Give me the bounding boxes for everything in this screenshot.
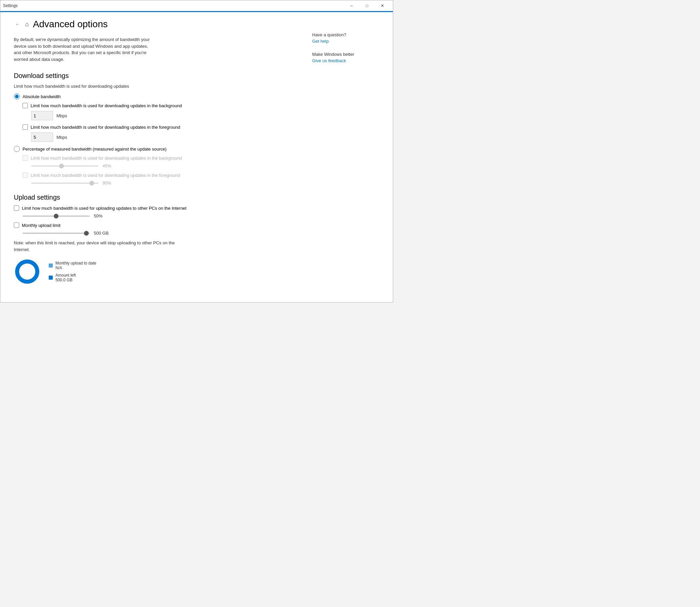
upload-slider-row: 50% bbox=[22, 213, 292, 218]
monthly-slider-row: 500 GB bbox=[22, 231, 292, 236]
page-description: By default, we're dynamically optimizing… bbox=[14, 36, 155, 63]
minimize-button[interactable]: – bbox=[344, 0, 359, 11]
monthly-checkbox-label: Monthly upload limit bbox=[22, 223, 61, 228]
bandwidth-radio-group: Absolute bandwidth Limit how much bandwi… bbox=[14, 93, 292, 186]
titlebar: Settings – □ ✕ bbox=[0, 0, 393, 11]
bg-checkbox-absolute-input[interactable] bbox=[22, 103, 28, 108]
page-title: Advanced options bbox=[33, 19, 108, 29]
upload-slider-track[interactable] bbox=[22, 215, 90, 217]
help-question: Have a question? bbox=[312, 32, 383, 37]
get-help-link[interactable]: Get help bbox=[312, 39, 383, 44]
legend-amount-label: Amount left bbox=[56, 273, 76, 278]
restore-button[interactable]: □ bbox=[359, 0, 375, 11]
fg-checkbox-absolute-label: Limit how much bandwidth is used for dow… bbox=[30, 125, 180, 130]
fg-mbps-unit: Mbps bbox=[57, 135, 67, 140]
fg-checkbox-absolute[interactable]: Limit how much bandwidth is used for dow… bbox=[22, 124, 292, 130]
legend-items: Monthly upload to date N/A Amount left 5… bbox=[49, 261, 96, 282]
radio-absolute-input[interactable] bbox=[14, 93, 20, 100]
legend-monthly-label: Monthly upload to date bbox=[56, 261, 96, 266]
legend-amount-text: Amount left 500.0 GB bbox=[56, 273, 76, 282]
fg-slider-track-pct[interactable] bbox=[31, 183, 99, 184]
monthly-slider-value: 500 GB bbox=[94, 231, 109, 236]
legend-amount-value: 500.0 GB bbox=[56, 278, 76, 282]
bg-mbps-unit: Mbps bbox=[57, 113, 67, 118]
feedback-link[interactable]: Give us feedback bbox=[312, 58, 383, 63]
make-better-text: Make Windows better bbox=[312, 52, 383, 57]
upload-note: Note: when this limit is reached, your d… bbox=[14, 239, 175, 253]
upload-checkbox-input[interactable] bbox=[14, 205, 19, 211]
fg-checkbox-pct-input[interactable] bbox=[22, 172, 28, 178]
download-subtitle: Limit how much bandwidth is used for dow… bbox=[14, 84, 292, 89]
radio-absolute[interactable]: Absolute bandwidth bbox=[14, 93, 292, 100]
back-button[interactable]: ← bbox=[14, 20, 21, 28]
home-icon[interactable]: ⌂ bbox=[25, 21, 29, 28]
fg-checkbox-pct[interactable]: Limit how much bandwidth is used for dow… bbox=[22, 172, 292, 178]
monthly-slider-thumb bbox=[84, 231, 89, 236]
donut-svg bbox=[14, 258, 41, 285]
bg-checkbox-pct[interactable]: Limit how much bandwidth is used for dow… bbox=[22, 155, 292, 161]
bg-slider-value-pct: 45% bbox=[103, 163, 111, 168]
legend-monthly-value: N/A bbox=[56, 266, 96, 270]
chart-area: Monthly upload to date N/A Amount left 5… bbox=[14, 258, 292, 285]
upload-checkbox-label: Limit how much bandwidth is used for upl… bbox=[22, 206, 187, 211]
close-button[interactable]: ✕ bbox=[375, 0, 390, 11]
fg-input-row: Mbps bbox=[31, 132, 292, 142]
legend-monthly-text: Monthly upload to date N/A bbox=[56, 261, 96, 270]
main-layout: ← ⌂ Advanced options By default, we're d… bbox=[0, 12, 393, 302]
legend-dot-monthly bbox=[49, 264, 53, 268]
upload-section-title: Upload settings bbox=[14, 194, 292, 201]
bg-slider-thumb-pct bbox=[59, 164, 64, 168]
bg-checkbox-absolute-label: Limit how much bandwidth is used for dow… bbox=[30, 103, 182, 108]
fg-slider-row-pct: 90% bbox=[31, 181, 292, 186]
bg-checkbox-pct-label: Limit how much bandwidth is used for dow… bbox=[30, 155, 182, 161]
upload-slider-value: 50% bbox=[94, 213, 103, 218]
bg-checkbox-absolute[interactable]: Limit how much bandwidth is used for dow… bbox=[22, 103, 292, 108]
fg-checkbox-absolute-input[interactable] bbox=[22, 124, 28, 130]
svg-point-1 bbox=[20, 264, 35, 279]
fg-slider-value-pct: 90% bbox=[103, 181, 111, 186]
legend-dot-amount bbox=[49, 276, 53, 280]
content-area: ← ⌂ Advanced options By default, we're d… bbox=[0, 12, 305, 302]
radio-percentage-input[interactable] bbox=[14, 146, 20, 152]
legend-amount-left: Amount left 500.0 GB bbox=[49, 273, 96, 282]
bg-mbps-input[interactable] bbox=[31, 111, 53, 120]
upload-slider-thumb bbox=[54, 214, 59, 218]
fg-mbps-input[interactable] bbox=[31, 132, 53, 142]
help-panel: Have a question? Get help Make Windows b… bbox=[305, 12, 393, 302]
titlebar-title: Settings bbox=[3, 3, 18, 8]
radio-absolute-label: Absolute bandwidth bbox=[22, 94, 61, 99]
legend-monthly-upload: Monthly upload to date N/A bbox=[49, 261, 96, 270]
bg-input-row: Mbps bbox=[31, 111, 292, 120]
monthly-slider-track[interactable] bbox=[22, 233, 90, 234]
radio-percentage[interactable]: Percentage of measured bandwidth (measur… bbox=[14, 146, 292, 152]
radio-percentage-label: Percentage of measured bandwidth (measur… bbox=[22, 147, 167, 152]
monthly-checkbox[interactable]: Monthly upload limit bbox=[14, 223, 292, 228]
upload-section: Upload settings Limit how much bandwidth… bbox=[14, 194, 292, 285]
fg-slider-thumb-pct bbox=[89, 181, 94, 186]
bg-slider-row-pct: 45% bbox=[31, 163, 292, 168]
bg-slider-track-pct[interactable] bbox=[31, 165, 99, 167]
monthly-checkbox-input[interactable] bbox=[14, 223, 19, 228]
download-section-title: Download settings bbox=[14, 72, 292, 80]
titlebar-left: Settings bbox=[3, 3, 18, 8]
bg-checkbox-pct-input[interactable] bbox=[22, 155, 28, 161]
donut-chart bbox=[14, 258, 41, 285]
fg-checkbox-pct-label: Limit how much bandwidth is used for dow… bbox=[30, 173, 180, 178]
page-header: ← ⌂ Advanced options bbox=[14, 19, 292, 29]
upload-checkbox[interactable]: Limit how much bandwidth is used for upl… bbox=[14, 205, 292, 211]
titlebar-controls: – □ ✕ bbox=[344, 0, 390, 11]
